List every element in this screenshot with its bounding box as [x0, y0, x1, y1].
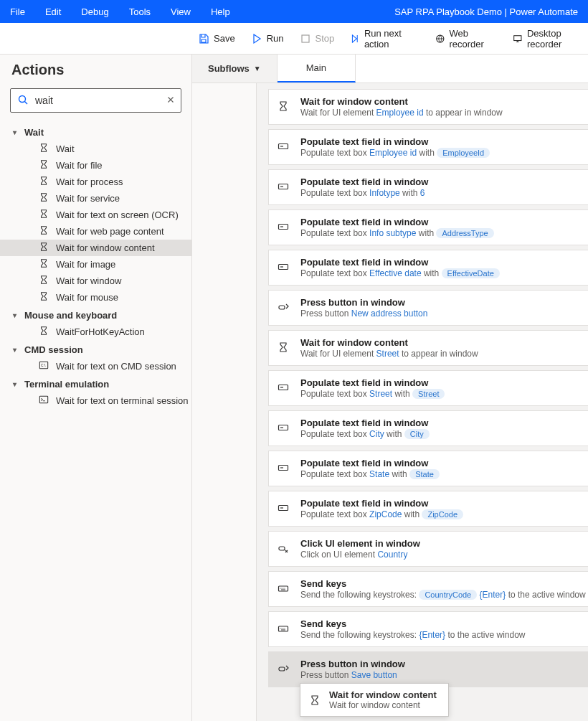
- step-subtitle: Populate text box City with City: [300, 429, 579, 439]
- tree-item[interactable]: Wait for text on terminal session: [0, 392, 191, 409]
- titlebar: FileEditDebugToolsViewHelp SAP RPA Playb…: [0, 0, 588, 23]
- step-card[interactable]: Press button in windowPress button New a…: [268, 290, 588, 326]
- tooltip-sub: Wait for window content: [329, 700, 437, 710]
- run-button[interactable]: Run: [251, 33, 284, 44]
- step-card[interactable]: Click UI element in windowClick on UI el…: [268, 531, 588, 567]
- menu-debug[interactable]: Debug: [81, 6, 108, 17]
- tree-item[interactable]: Wait for service: [0, 190, 191, 207]
- step-card[interactable]: Populate text field in windowPopulate te…: [268, 250, 588, 286]
- hourglass-icon: [39, 225, 49, 237]
- tree-item[interactable]: WaitForHotKeyAction: [0, 324, 191, 340]
- hourglass-icon: [39, 275, 49, 287]
- step-card[interactable]: Send keysSend the following keystrokes: …: [268, 611, 588, 647]
- desktop-recorder-button[interactable]: Desktop recorder: [513, 28, 588, 50]
- tree-group[interactable]: ▾CMD session: [0, 340, 191, 358]
- step-subtitle: Populate text box ZipCode with ZipCode: [300, 509, 579, 519]
- step-subtitle: Populate text box Info subtype with Addr…: [300, 228, 579, 238]
- actions-panel: Actions ▾WaitWaitWait for fileWait for p…: [0, 55, 192, 721]
- step-subtitle: Populate text box Effective date with Ef…: [300, 268, 579, 278]
- step-title: Press button in window: [300, 659, 579, 669]
- step-subtitle: Click on UI element Country: [300, 550, 579, 560]
- tree-item[interactable]: Wait for web page content: [0, 223, 191, 240]
- search-input[interactable]: [10, 88, 181, 113]
- hourglass-icon: [39, 143, 49, 155]
- tooltip: Wait for window content Wait for window …: [300, 683, 449, 717]
- tree-item[interactable]: Wait: [0, 141, 191, 157]
- chevron-down-icon: ▼: [254, 65, 261, 72]
- tree-item[interactable]: Wait for window: [0, 273, 191, 289]
- tree-item[interactable]: Wait for text on screen (OCR): [0, 207, 191, 223]
- step-title: Send keys: [300, 618, 579, 629]
- step-card[interactable]: Press button in windowPress button Save …: [268, 651, 588, 687]
- textbox-icon: [278, 502, 290, 516]
- tree-group[interactable]: ▾Terminal emulation: [0, 374, 191, 392]
- step-subtitle: Send the following keystrokes: CountryCo…: [300, 590, 586, 600]
- tree-item[interactable]: Wait for image: [0, 256, 191, 273]
- hourglass-icon: [39, 326, 49, 338]
- menu-file[interactable]: File: [10, 6, 25, 17]
- clear-icon[interactable]: [166, 95, 176, 107]
- step-title: Populate text field in window: [300, 257, 579, 268]
- stop-button[interactable]: Stop: [300, 33, 335, 44]
- step-subtitle: Populate text box Street with Street: [300, 389, 579, 399]
- web-recorder-button[interactable]: Web recorder: [435, 28, 497, 50]
- tree-item[interactable]: Wait for mouse: [0, 289, 191, 306]
- actions-tree: ▾WaitWaitWait for fileWait for processWa…: [0, 123, 191, 721]
- step-card[interactable]: Populate text field in windowPopulate te…: [268, 129, 588, 165]
- chevron-down-icon: ▾: [13, 128, 20, 136]
- step-card[interactable]: Populate text field in windowPopulate te…: [268, 410, 588, 446]
- step-card[interactable]: Populate text field in windowPopulate te…: [268, 209, 588, 245]
- step-title: Wait for window content: [300, 96, 579, 107]
- step-title: Populate text field in window: [300, 176, 579, 187]
- step-card[interactable]: Populate text field in windowPopulate te…: [268, 451, 588, 486]
- step-title: Press button in window: [300, 297, 579, 308]
- step-title: Populate text field in window: [300, 418, 579, 428]
- tree-item[interactable]: Wait for window content: [0, 240, 191, 256]
- save-button[interactable]: Save: [198, 33, 235, 44]
- menu-view[interactable]: View: [171, 6, 191, 17]
- tooltip-title: Wait for window content: [329, 689, 437, 700]
- step-card[interactable]: Wait for window contentWait for UI eleme…: [268, 89, 588, 125]
- tree-item[interactable]: Wait for text on CMD session: [0, 358, 191, 374]
- menu-help[interactable]: Help: [211, 6, 230, 17]
- toolbar: Save Run Stop Run next action Web record…: [0, 23, 588, 55]
- step-title: Click UI element in window: [300, 538, 579, 549]
- textbox-icon: [278, 462, 290, 476]
- step-title: Populate text field in window: [300, 217, 579, 227]
- step-subtitle: Press button New address button: [300, 308, 579, 319]
- main-tab[interactable]: Main: [278, 55, 356, 83]
- hourglass-icon: [278, 341, 290, 355]
- step-subtitle: Send the following keystrokes: {Enter} t…: [300, 630, 579, 640]
- main-area: Subflows▼ Main Wait for window contentWa…: [192, 55, 588, 721]
- step-subtitle: Press button Save button: [300, 670, 579, 680]
- step-subtitle: Populate text box State with State: [300, 469, 579, 479]
- tree-group[interactable]: ▾Wait: [0, 123, 191, 141]
- step-card[interactable]: Wait for window contentWait for UI eleme…: [268, 330, 588, 366]
- step-card[interactable]: Send keysSend the following keystrokes: …: [268, 571, 588, 607]
- subflows-tab[interactable]: Subflows▼: [192, 55, 278, 83]
- hourglass-icon: [39, 192, 49, 204]
- textbox-icon: [278, 422, 290, 435]
- run-next-button[interactable]: Run next action: [350, 28, 419, 50]
- steps-list: Wait for window contentWait for UI eleme…: [257, 83, 588, 721]
- menu-tools[interactable]: Tools: [129, 6, 151, 17]
- hourglass-icon: [39, 176, 49, 188]
- step-title: Wait for window content: [300, 337, 579, 348]
- step-title: Populate text field in window: [300, 458, 579, 468]
- step-title: Send keys: [300, 578, 586, 589]
- step-card[interactable]: Populate text field in windowPopulate te…: [268, 370, 588, 406]
- menu-edit[interactable]: Edit: [45, 6, 61, 17]
- press-icon: [278, 663, 290, 677]
- search-icon: [17, 94, 29, 108]
- textbox-icon: [278, 261, 290, 275]
- textbox-icon: [278, 141, 290, 154]
- step-card[interactable]: Populate text field in windowPopulate te…: [268, 169, 588, 205]
- tree-group[interactable]: ▾Mouse and keyboard: [0, 306, 191, 324]
- tree-item[interactable]: Wait for process: [0, 174, 191, 190]
- step-card[interactable]: Populate text field in windowPopulate te…: [268, 491, 588, 527]
- textbox-icon: [278, 221, 290, 235]
- app-title: SAP RPA Playbook Demo | Power Automate: [394, 6, 578, 17]
- hourglass-icon: [39, 258, 49, 270]
- tree-item[interactable]: Wait for file: [0, 157, 191, 174]
- step-title: Populate text field in window: [300, 377, 579, 388]
